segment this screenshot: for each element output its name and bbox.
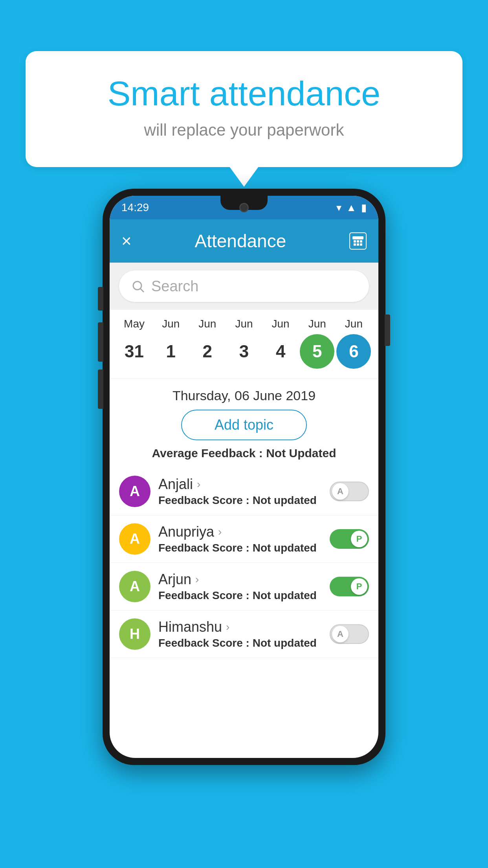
close-button[interactable]: × xyxy=(121,231,132,251)
cal-dot xyxy=(360,240,362,243)
toggle-switch-anupriya[interactable]: P xyxy=(330,529,369,549)
student-name-anupriya[interactable]: Anupriya › xyxy=(158,524,322,540)
chevron-right-icon: › xyxy=(195,573,199,586)
add-topic-button[interactable]: Add topic xyxy=(181,410,307,440)
signal-icon: ▲ xyxy=(346,202,356,214)
student-row-2: A Arjun › Feedback Score : Not updated P xyxy=(110,563,378,611)
calendar-strip: May Jun Jun Jun Jun Jun Jun 31 1 2 3 4 5… xyxy=(110,310,378,379)
toggle-thumb-anjali: A xyxy=(332,483,349,500)
toggle-thumb-arjun: P xyxy=(351,578,367,595)
speech-bubble: Smart attendance will replace your paper… xyxy=(26,51,462,167)
avatar-anupriya: A xyxy=(119,523,150,555)
cal-dot xyxy=(354,240,356,243)
student-info-anupriya: Anupriya › Feedback Score : Not updated xyxy=(158,524,322,554)
volume-down-button xyxy=(98,322,103,362)
status-time: 14:29 xyxy=(121,201,149,214)
cal-dot xyxy=(357,243,359,246)
feedback-score-anupriya: Feedback Score : Not updated xyxy=(158,542,322,554)
toggle-thumb-anupriya: P xyxy=(351,531,367,547)
toggle-anupriya[interactable]: P xyxy=(330,529,369,549)
avatar-anjali: A xyxy=(119,476,150,507)
toggle-thumb-himanshu: A xyxy=(332,626,349,642)
student-info-himanshu: Himanshu › Feedback Score : Not updated xyxy=(158,619,322,649)
month-6: Jun xyxy=(336,318,371,330)
date-4[interactable]: 4 xyxy=(263,334,298,369)
date-5-today[interactable]: 5 xyxy=(300,334,334,369)
chevron-right-icon: › xyxy=(226,621,229,633)
month-3: Jun xyxy=(227,318,261,330)
status-icons: ▾ ▲ ▮ xyxy=(336,202,367,214)
student-info-anjali: Anjali › Feedback Score : Not updated xyxy=(158,476,322,507)
toggle-anjali[interactable]: A xyxy=(330,482,369,501)
speech-bubble-container: Smart attendance will replace your paper… xyxy=(26,51,462,167)
feedback-score-anjali: Feedback Score : Not updated xyxy=(158,494,322,507)
toggle-himanshu[interactable]: A xyxy=(330,624,369,644)
phone-outer: 14:29 ▾ ▲ ▮ × Attendance xyxy=(103,189,385,765)
avatar-himanshu: H xyxy=(119,618,150,650)
selected-date-label: Thursday, 06 June 2019 xyxy=(110,379,378,410)
phone-screen: 14:29 ▾ ▲ ▮ × Attendance xyxy=(110,196,378,758)
student-name-himanshu[interactable]: Himanshu › xyxy=(158,619,322,635)
calendar-icon-top xyxy=(352,236,363,239)
student-row-0: A Anjali › Feedback Score : Not updated … xyxy=(110,468,378,515)
toggle-arjun[interactable]: P xyxy=(330,577,369,596)
calendar-dates: 31 1 2 3 4 5 6 xyxy=(110,334,378,369)
month-4: Jun xyxy=(263,318,298,330)
date-2[interactable]: 2 xyxy=(190,334,225,369)
avatar-arjun: A xyxy=(119,571,150,602)
content-area: Thursday, 06 June 2019 Add topic Average… xyxy=(110,379,378,658)
month-5: Jun xyxy=(300,318,334,330)
app-bar: × Attendance xyxy=(110,219,378,263)
search-bar[interactable]: Search xyxy=(119,270,369,302)
search-container: Search xyxy=(110,263,378,310)
bubble-subtitle: will replace your paperwork xyxy=(57,121,431,140)
chevron-right-icon: › xyxy=(218,526,222,538)
search-icon xyxy=(131,279,145,293)
cal-dot xyxy=(357,240,359,243)
calendar-icon-grid xyxy=(354,240,362,246)
student-row-3: H Himanshu › Feedback Score : Not update… xyxy=(110,611,378,658)
student-info-arjun: Arjun › Feedback Score : Not updated xyxy=(158,571,322,602)
date-6-selected[interactable]: 6 xyxy=(336,334,371,369)
date-3[interactable]: 3 xyxy=(227,334,261,369)
student-name-anjali[interactable]: Anjali › xyxy=(158,476,322,493)
volume-up-button xyxy=(98,287,103,311)
bubble-title: Smart attendance xyxy=(57,75,431,113)
student-name-arjun[interactable]: Arjun › xyxy=(158,571,322,588)
phone-notch xyxy=(220,196,268,210)
wifi-icon: ▾ xyxy=(336,202,341,214)
silent-button xyxy=(98,370,103,409)
feedback-score-himanshu: Feedback Score : Not updated xyxy=(158,637,322,649)
chevron-right-icon: › xyxy=(197,478,200,491)
toggle-switch-himanshu[interactable]: A xyxy=(330,624,369,644)
cal-dot xyxy=(354,243,356,246)
svg-line-1 xyxy=(141,289,144,292)
month-2: Jun xyxy=(190,318,225,330)
feedback-score-arjun: Feedback Score : Not updated xyxy=(158,589,322,602)
app-bar-title: Attendance xyxy=(194,230,286,252)
calendar-months: May Jun Jun Jun Jun Jun Jun xyxy=(110,318,378,330)
svg-point-0 xyxy=(133,281,141,290)
battery-icon: ▮ xyxy=(361,202,367,214)
cal-dot xyxy=(360,243,362,246)
student-row-1: A Anupriya › Feedback Score : Not update… xyxy=(110,515,378,563)
toggle-switch-anjali[interactable]: A xyxy=(330,482,369,501)
phone-camera xyxy=(239,203,249,212)
phone-wrapper: 14:29 ▾ ▲ ▮ × Attendance xyxy=(103,189,385,765)
date-31[interactable]: 31 xyxy=(117,334,152,369)
toggle-switch-arjun[interactable]: P xyxy=(330,577,369,596)
avg-feedback-label: Average Feedback : xyxy=(152,447,266,460)
date-1[interactable]: 1 xyxy=(154,334,188,369)
power-button xyxy=(385,314,390,346)
calendar-button[interactable] xyxy=(349,232,367,250)
avg-feedback: Average Feedback : Not Updated xyxy=(110,447,378,468)
add-topic-wrapper: Add topic xyxy=(110,410,378,440)
avg-feedback-value: Not Updated xyxy=(266,447,336,460)
search-placeholder: Search xyxy=(151,278,198,295)
month-0: May xyxy=(117,318,152,330)
month-1: Jun xyxy=(154,318,188,330)
